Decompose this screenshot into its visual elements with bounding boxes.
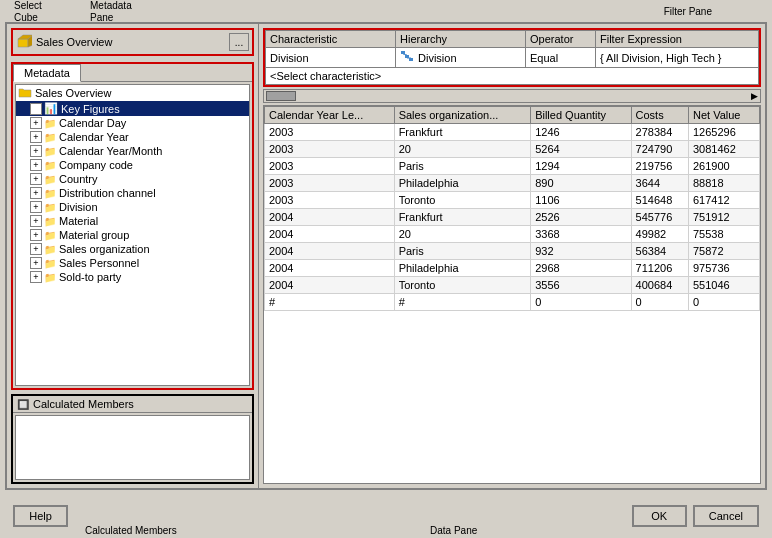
expander-country[interactable]: + (30, 173, 42, 185)
expander-key-figures[interactable]: + (30, 103, 42, 115)
expander-calendar-year-month[interactable]: + (30, 145, 42, 157)
dim-icon-sales-personnel: 📁 (44, 258, 56, 269)
data-table-cell: 1294 (531, 158, 631, 175)
calc-members-label: Calculated Members (33, 398, 134, 410)
filter-row-select[interactable]: <Select characteristic> (266, 68, 759, 85)
filter-cell-select[interactable]: <Select characteristic> (266, 68, 759, 85)
svg-line-6 (403, 54, 407, 55)
data-table-row[interactable]: 2004Philadelphia2968711206975736 (265, 260, 760, 277)
expander-material[interactable]: + (30, 215, 42, 227)
expander-company-code[interactable]: + (30, 159, 42, 171)
ok-button[interactable]: OK (632, 505, 687, 527)
data-table-row[interactable]: 2004Toronto3556400684551046 (265, 277, 760, 294)
data-table-cell: 2004 (265, 260, 395, 277)
data-table-row[interactable]: 20042033684998275538 (265, 226, 760, 243)
filter-cell-hierarchy: Division (396, 48, 526, 68)
data-table-row[interactable]: 20032052647247903081462 (265, 141, 760, 158)
expander-division[interactable]: + (30, 201, 42, 213)
tree-label-sales-overview: Sales Overview (35, 87, 111, 99)
data-table-cell: 617412 (688, 192, 759, 209)
expander-calendar-year[interactable]: + (30, 131, 42, 143)
main-dialog: Sales Overview ... Metadata Sales Over (5, 22, 767, 490)
bottom-label-data-pane: Data Pane (430, 525, 477, 536)
data-table-cell: 1246 (531, 124, 631, 141)
filter-row-division[interactable]: Division (266, 48, 759, 68)
filter-header-expression: Filter Expression (596, 31, 759, 48)
expander-calendar-day[interactable]: + (30, 117, 42, 129)
data-table-cell: 5264 (531, 141, 631, 158)
data-table-cell: 2003 (265, 124, 395, 141)
cube-icon (16, 33, 32, 51)
tree-item-sales-overview[interactable]: Sales Overview (16, 85, 249, 101)
data-table-cell: 75538 (688, 226, 759, 243)
tree-item-calendar-year[interactable]: + 📁 Calendar Year (16, 130, 249, 144)
tree-item-material-group[interactable]: + 📁 Material group (16, 228, 249, 242)
data-area[interactable]: Calendar Year Le... Sales organization..… (263, 105, 761, 484)
data-table-cell: 2003 (265, 192, 395, 209)
tree-item-key-figures[interactable]: + 📊 Key Figures (16, 101, 249, 116)
tree-item-calendar-day[interactable]: + 📁 Calendar Day (16, 116, 249, 130)
expander-material-group[interactable]: + (30, 229, 42, 241)
data-table-cell: 3368 (531, 226, 631, 243)
tree-item-division[interactable]: + 📁 Division (16, 200, 249, 214)
tree-item-material[interactable]: + 📁 Material (16, 214, 249, 228)
expander-dist-channel[interactable]: + (30, 187, 42, 199)
data-table-cell: Philadelphia (394, 260, 531, 277)
filter-cell-characteristic: Division (266, 48, 396, 68)
data-table-cell: 551046 (688, 277, 759, 294)
calc-members-body[interactable] (15, 415, 250, 480)
data-table-cell: 2526 (531, 209, 631, 226)
label-select-cube: Select Cube (14, 0, 42, 24)
data-header-costs: Costs (631, 107, 688, 124)
expander-sales-personnel[interactable]: + (30, 257, 42, 269)
data-table-row[interactable]: 2003Philadelphia890364488818 (265, 175, 760, 192)
data-table-cell: Paris (394, 158, 531, 175)
filter-cell-hierarchy-name: Division (418, 52, 457, 64)
data-table-cell: 0 (688, 294, 759, 311)
data-table-row[interactable]: ##000 (265, 294, 760, 311)
data-table-cell: Paris (394, 243, 531, 260)
help-button[interactable]: Help (13, 505, 68, 527)
tree-label-country: Country (59, 173, 98, 185)
cube-selector-row[interactable]: Sales Overview ... (11, 28, 254, 56)
data-header-net-value: Net Value (688, 107, 759, 124)
data-table-cell: 724790 (631, 141, 688, 158)
left-panel: Sales Overview ... Metadata Sales Over (7, 24, 259, 488)
tree-label-material: Material (59, 215, 98, 227)
hierarchy-icon (400, 50, 414, 65)
data-table-cell: 751912 (688, 209, 759, 226)
tree-item-calendar-year-month[interactable]: + 📁 Calendar Year/Month (16, 144, 249, 158)
tree-item-sales-org[interactable]: + 📁 Sales organization (16, 242, 249, 256)
data-header-billed-qty: Billed Quantity (531, 107, 631, 124)
tree-item-country[interactable]: + 📁 Country (16, 172, 249, 186)
tree-item-sold-to-party[interactable]: + 📁 Sold-to party (16, 270, 249, 284)
expander-sales-org[interactable]: + (30, 243, 42, 255)
data-table-cell: 278384 (631, 124, 688, 141)
cube-dots-button[interactable]: ... (229, 33, 249, 51)
dim-icon-calendar-day: 📁 (44, 118, 56, 129)
data-table-row[interactable]: 2003Frankfurt12462783841265296 (265, 124, 760, 141)
data-header-cal-year: Calendar Year Le... (265, 107, 395, 124)
tree-label-dist-channel: Distribution channel (59, 187, 156, 199)
bottom-label-calc-members: Calculated Members (85, 525, 177, 536)
data-table-cell: 975736 (688, 260, 759, 277)
data-table-cell: Toronto (394, 277, 531, 294)
horizontal-scrollbar[interactable]: ▶ (263, 89, 761, 103)
tree-item-company-code[interactable]: + 📁 Company code (16, 158, 249, 172)
data-table-row[interactable]: 2003Paris1294219756261900 (265, 158, 760, 175)
data-table-cell: 2003 (265, 141, 395, 158)
data-table-cell: 2004 (265, 243, 395, 260)
cancel-button[interactable]: Cancel (693, 505, 759, 527)
expander-sold-to-party[interactable]: + (30, 271, 42, 283)
data-table-row[interactable]: 2003Toronto1106514648617412 (265, 192, 760, 209)
tab-metadata[interactable]: Metadata (13, 64, 81, 82)
tree-area[interactable]: Sales Overview + 📊 Key Figures + 📁 Calen… (15, 84, 250, 386)
tree-item-dist-channel[interactable]: + 📁 Distribution channel (16, 186, 249, 200)
data-table-row[interactable]: 2004Paris9325638475872 (265, 243, 760, 260)
tree-item-sales-personnel[interactable]: + 📁 Sales Personnel (16, 256, 249, 270)
scrollbar-thumb[interactable] (266, 91, 296, 101)
tree-label-company-code: Company code (59, 159, 133, 171)
data-table-row[interactable]: 2004Frankfurt2526545776751912 (265, 209, 760, 226)
calc-members-icon: 🔲 (17, 399, 29, 410)
scrollbar-right-arrow[interactable]: ▶ (751, 91, 758, 101)
